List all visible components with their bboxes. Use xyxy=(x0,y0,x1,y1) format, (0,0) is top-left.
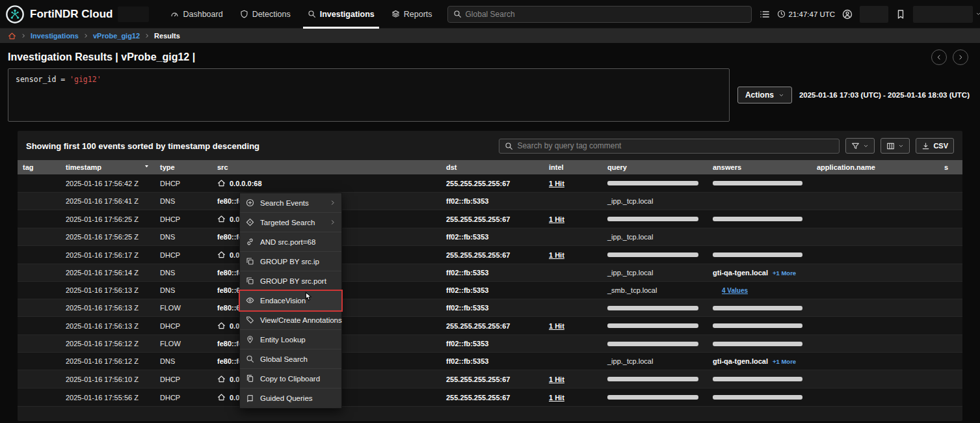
cell-dst[interactable]: 255.255.255.255:67 xyxy=(441,317,544,335)
column-header-timestamp[interactable]: timestamp xyxy=(60,160,155,174)
nav-item-detections[interactable]: Detections xyxy=(232,0,299,29)
nav-item-dashboard[interactable]: Dashboard xyxy=(162,0,231,29)
cell-dst[interactable]: 255.255.255.255:67 xyxy=(441,174,544,193)
redacted-value-bar xyxy=(713,217,802,221)
internal-host-icon xyxy=(217,251,226,259)
table-row[interactable]: 2025-01-16 17:56:25 Z DHCP 0.0.0.0:68 25… xyxy=(18,210,962,228)
cell-query xyxy=(602,299,708,317)
table-row[interactable]: 2025-01-16 17:56:41 Z DNS fe80::fe ff02:… xyxy=(18,193,962,210)
cell-dst[interactable]: 255.255.255.255:67 xyxy=(441,389,544,407)
column-header-answers[interactable]: answers xyxy=(708,160,812,174)
answers-values-link[interactable]: 4 Values xyxy=(722,287,748,294)
column-header-dst[interactable]: dst xyxy=(441,160,544,174)
table-row[interactable]: 2025-01-16 17:56:10 Z DHCP 0.0.0.0:68 25… xyxy=(18,370,962,389)
actions-button-label: Actions xyxy=(745,90,774,100)
column-header-intel[interactable]: intel xyxy=(544,160,602,174)
search-icon xyxy=(453,10,462,18)
next-result-button[interactable] xyxy=(953,49,968,65)
cell-answers xyxy=(708,299,812,317)
cell-dst[interactable]: ff02::fb:5353 xyxy=(441,335,544,353)
table-row[interactable]: 2025-01-16 17:56:12 Z DNS fe80::fe ff02:… xyxy=(18,353,962,370)
breadcrumb-item-investigations[interactable]: Investigations xyxy=(31,32,79,40)
cell-application-name xyxy=(812,228,939,246)
bookmark-icon[interactable] xyxy=(895,9,906,20)
table-row[interactable]: 2025-01-16 17:56:13 Z DHCP 0.0.0.0:68 25… xyxy=(18,317,962,335)
table-row[interactable]: 2025-01-16 17:56:42 Z DHCP 0.0.0.0:68 25… xyxy=(18,174,962,193)
user-avatar-icon[interactable] xyxy=(842,9,853,20)
cell-dst[interactable]: ff02::fb:5353 xyxy=(441,228,544,246)
cell-dst[interactable]: ff02::fb:5353 xyxy=(441,264,544,282)
table-row[interactable]: 2025-01-16 17:56:12 Z FLOW fe80::fe ff02… xyxy=(18,335,962,353)
filter-button[interactable] xyxy=(845,138,875,154)
home-icon[interactable] xyxy=(8,32,16,40)
cell-type: DHCP xyxy=(155,246,212,264)
csv-export-button[interactable]: CSV xyxy=(916,138,954,154)
global-search-input[interactable] xyxy=(466,10,746,19)
menu-item-and-src-port-68[interactable]: AND src.port=68 xyxy=(240,232,341,252)
table-row[interactable]: 2025-01-16 17:56:25 Z DNS fe80::fe ff02:… xyxy=(18,228,962,246)
table-row[interactable]: 2025-01-16 17:55:56 Z DHCP 0.0.0.0:68 25… xyxy=(18,389,962,407)
table-row[interactable]: 2025-01-16 17:56:13 Z FLOW fe80::6C ff02… xyxy=(18,299,962,317)
menu-item-guided-queries[interactable]: Guided Queries xyxy=(240,389,341,408)
nav-item-investigations[interactable]: Investigations xyxy=(299,0,383,29)
column-header-application-name[interactable]: application.name xyxy=(812,160,939,174)
account-dropdown[interactable] xyxy=(913,6,980,23)
column-header-type[interactable]: type xyxy=(155,160,212,174)
intel-hit-link[interactable]: 1 Hit xyxy=(549,394,564,402)
intel-hit-link[interactable]: 1 Hit xyxy=(549,180,564,187)
column-header-s[interactable]: s xyxy=(939,160,962,174)
menu-item-entity-lookup[interactable]: Entity Lookup xyxy=(240,330,341,349)
cell-intel: 1 Hit xyxy=(544,246,602,264)
cell-dst[interactable]: 255.255.255.255:67 xyxy=(441,370,544,389)
cell-dst[interactable]: ff02::fb:5353 xyxy=(441,353,544,370)
cell-application-name xyxy=(812,389,939,407)
query-history-icon[interactable] xyxy=(760,9,770,20)
columns-button[interactable] xyxy=(881,138,910,154)
intel-hit-link[interactable]: 1 Hit xyxy=(549,322,564,330)
cell-query: _ipp._tcp.local xyxy=(602,353,708,370)
cell-src[interactable]: 0.0.0.0:68 xyxy=(212,174,441,193)
column-header-tag[interactable]: tag xyxy=(18,160,60,174)
column-header-src[interactable]: src xyxy=(212,160,441,174)
table-row[interactable]: 2025-01-16 17:56:17 Z DHCP 0.0.0.0:68 25… xyxy=(18,246,962,264)
menu-item-endacevision[interactable]: EndaceVision xyxy=(240,291,341,310)
menu-item-search-events[interactable]: Search Events xyxy=(240,193,341,213)
actions-button[interactable]: Actions xyxy=(737,87,792,103)
menu-item-view-create-annotations[interactable]: View/Create Annotations xyxy=(240,310,341,330)
tag-search[interactable] xyxy=(499,139,840,154)
target-icon xyxy=(246,218,254,226)
page-title: Investigation Results | vProbe_gig12 | xyxy=(8,51,195,63)
menu-item-group-by-src-port[interactable]: GROUP BY src.port xyxy=(240,271,341,291)
cell-tag xyxy=(18,264,60,282)
more-answers-link[interactable]: +1 More xyxy=(773,358,796,365)
query-editor[interactable]: sensor_id = 'gig12' xyxy=(8,68,730,122)
nav-item-reports[interactable]: Reports xyxy=(383,0,441,29)
previous-result-button[interactable] xyxy=(931,49,947,65)
menu-item-targeted-search[interactable]: Targeted Search xyxy=(240,213,341,232)
intel-hit-link[interactable]: 1 Hit xyxy=(549,251,564,259)
cell-dst[interactable]: ff02::fb:5353 xyxy=(441,193,544,210)
more-answers-link[interactable]: +1 More xyxy=(773,269,796,277)
intel-hit-link[interactable]: 1 Hit xyxy=(549,215,564,223)
sort-desc-icon xyxy=(144,163,150,169)
table-row[interactable]: 2025-01-16 17:56:14 Z DNS fe80::fe ff02:… xyxy=(18,264,962,282)
breadcrumb-item-vprobe-gig12[interactable]: vProbe_gig12 xyxy=(93,32,140,40)
cell-dst[interactable]: 255.255.255.255:67 xyxy=(441,210,544,228)
menu-item-global-search[interactable]: Global Search xyxy=(240,349,341,369)
intel-hit-link[interactable]: 1 Hit xyxy=(549,375,564,383)
submenu-arrow-icon xyxy=(330,200,336,206)
cell-intel: 1 Hit xyxy=(544,370,602,389)
menu-item-group-by-src-ip[interactable]: GROUP BY src.ip xyxy=(240,252,341,271)
chevron-left-icon xyxy=(936,54,942,61)
column-header-query[interactable]: query xyxy=(602,160,708,174)
cell-dst[interactable]: 255.255.255.255:67 xyxy=(441,246,544,264)
cell-dst[interactable]: ff02::fb:5353 xyxy=(441,299,544,317)
cell-tag xyxy=(18,299,60,317)
table-row[interactable]: 2025-01-16 17:56:13 Z DNS fe80::6 ff02::… xyxy=(18,282,962,299)
cell-dst[interactable]: ff02::fb:5353 xyxy=(441,282,544,299)
cell-intel xyxy=(544,193,602,210)
menu-item-copy-to-clipboard[interactable]: Copy to Clipboard xyxy=(240,369,341,389)
tag-search-input[interactable] xyxy=(517,141,834,150)
cell-application-name xyxy=(812,174,939,193)
global-search[interactable] xyxy=(447,6,752,23)
